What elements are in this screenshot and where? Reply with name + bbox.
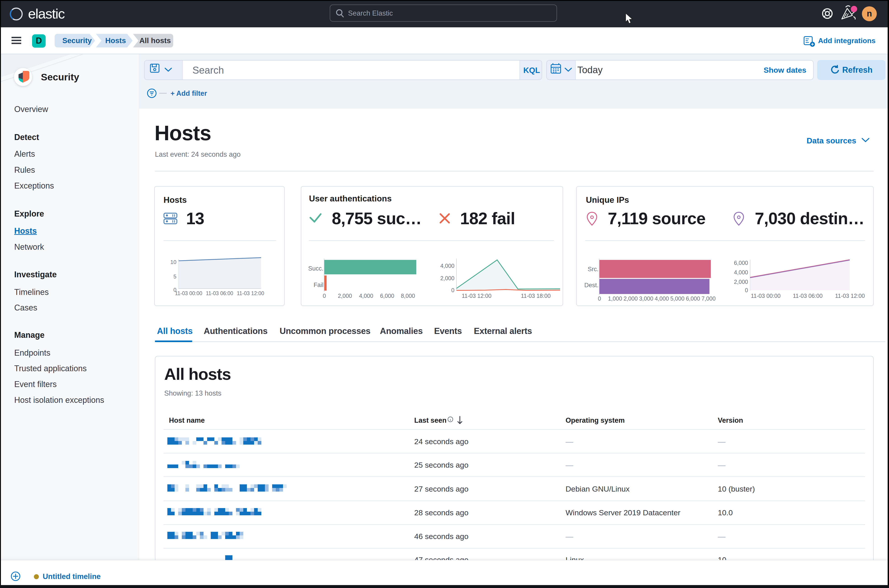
svg-text:11-03 06:00: 11-03 06:00 xyxy=(793,292,823,299)
svg-text:5: 5 xyxy=(173,273,176,279)
svg-text:4,000: 4,000 xyxy=(734,269,748,276)
svg-text:2,000: 2,000 xyxy=(734,279,748,285)
svg-text:3,000: 3,000 xyxy=(639,296,653,302)
svg-text:7,000: 7,000 xyxy=(701,296,716,302)
svg-text:6,000: 6,000 xyxy=(686,296,700,302)
svg-text:6,000: 6,000 xyxy=(380,292,394,299)
svg-text:11-03 12:00: 11-03 12:00 xyxy=(462,292,491,299)
svg-text:1,000: 1,000 xyxy=(608,296,622,302)
svg-text:11-03 00:00: 11-03 00:00 xyxy=(175,290,202,296)
svg-text:Succ.: Succ. xyxy=(308,265,323,272)
svg-text:11-03 06:00: 11-03 06:00 xyxy=(206,290,233,296)
svg-text:0: 0 xyxy=(745,287,748,293)
svg-text:2,000: 2,000 xyxy=(623,296,638,302)
svg-text:6,000: 6,000 xyxy=(734,260,748,266)
svg-text:2,000: 2,000 xyxy=(440,275,454,281)
svg-text:11-03 18:00: 11-03 18:00 xyxy=(521,292,551,299)
svg-text:8,000: 8,000 xyxy=(401,292,415,299)
svg-text:n: n xyxy=(866,9,872,18)
svg-text:2,000: 2,000 xyxy=(338,292,352,299)
svg-text:4,000: 4,000 xyxy=(359,292,373,299)
svg-text:0: 0 xyxy=(451,287,454,293)
svg-text:4,000: 4,000 xyxy=(655,296,669,302)
svg-text:10: 10 xyxy=(170,259,176,265)
svg-text:4,000: 4,000 xyxy=(440,262,454,269)
svg-text:0: 0 xyxy=(323,292,326,299)
svg-text:11-03 00:00: 11-03 00:00 xyxy=(751,292,781,299)
svg-text:11-03 12:00: 11-03 12:00 xyxy=(237,290,264,296)
svg-text:Src.: Src. xyxy=(588,266,599,273)
svg-text:0: 0 xyxy=(598,296,601,302)
svg-text:Dest.: Dest. xyxy=(584,282,599,289)
svg-text:5,000: 5,000 xyxy=(670,296,685,302)
svg-text:11-03 12:00: 11-03 12:00 xyxy=(835,292,865,299)
svg-text:Fail: Fail xyxy=(314,282,323,288)
